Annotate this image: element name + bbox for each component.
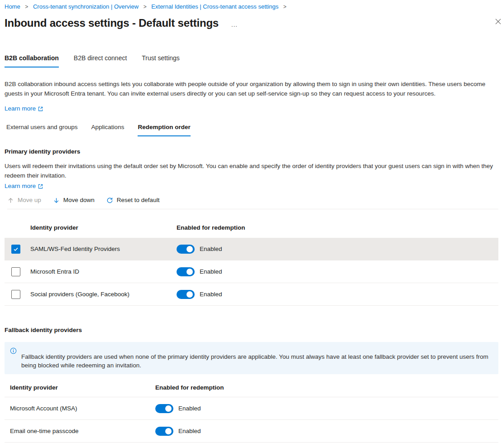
toggle-state-label: Enabled xyxy=(178,428,201,434)
info-banner: Fallback identity providers are used whe… xyxy=(5,342,498,374)
arrow-up-icon xyxy=(7,197,14,204)
fallback-identity-providers-section: Fallback identity providers Fallback ide… xyxy=(5,327,498,443)
reset-icon xyxy=(106,197,113,204)
reset-to-default-label: Reset to default xyxy=(117,195,160,205)
page-title: Inbound access settings - Default settin… xyxy=(5,15,219,31)
external-link-icon xyxy=(38,106,43,111)
toggle-knob xyxy=(186,291,193,298)
reset-to-default-button[interactable]: Reset to default xyxy=(106,195,160,205)
more-options-button[interactable]: ... xyxy=(231,19,238,28)
toggle-knob xyxy=(165,405,172,412)
identity-provider-name: SAML/WS-Fed Identity Providers xyxy=(30,246,177,252)
table-row[interactable]: Email one-time passcode Enabled xyxy=(5,420,498,443)
move-up-button[interactable]: Move up xyxy=(7,195,41,205)
identity-provider-name: Microsoft Account (MSA) xyxy=(10,405,155,412)
subtab-applications[interactable]: Applications xyxy=(91,123,124,136)
check-icon xyxy=(13,246,19,252)
column-header-identity-provider: Identity provider xyxy=(10,384,155,391)
enabled-toggle[interactable] xyxy=(155,404,173,413)
identity-provider-name: Email one-time passcode xyxy=(10,428,155,434)
breadcrumb-link-home[interactable]: Home xyxy=(5,3,20,10)
external-link-icon xyxy=(38,184,43,189)
fallback-providers-table: Identity provider Enabled for redemption… xyxy=(5,374,498,443)
move-down-button[interactable]: Move down xyxy=(53,195,95,205)
primary-section-heading: Primary identity providers xyxy=(5,148,498,155)
inbound-access-settings-page: Home > Cross-tenant synchronization | Ov… xyxy=(0,0,502,443)
learn-more-label: Learn more xyxy=(5,105,36,112)
learn-more-link-primary[interactable]: Learn more xyxy=(5,183,43,190)
toggle-knob xyxy=(186,246,193,252)
tab-b2b-collaboration[interactable]: B2B collaboration xyxy=(5,53,59,67)
fallback-section-heading: Fallback identity providers xyxy=(5,327,498,334)
info-banner-text: Fallback identity providers are used whe… xyxy=(21,352,492,370)
table-row[interactable]: Social providers (Google, Facebook) Enab… xyxy=(5,283,498,306)
enabled-toggle[interactable] xyxy=(155,427,173,436)
tab-trust-settings[interactable]: Trust settings xyxy=(142,53,180,67)
learn-more-label: Learn more xyxy=(5,183,36,190)
b2b-collaboration-intro: B2B collaboration inbound access setting… xyxy=(5,79,498,112)
table-row[interactable]: SAML/WS-Fed Identity Providers Enabled xyxy=(5,238,498,260)
column-header-enabled-for-redemption: Enabled for redemption xyxy=(155,384,498,391)
primary-identity-providers-section: Primary identity providers Users will re… xyxy=(5,148,498,306)
learn-more-link-intro[interactable]: Learn more xyxy=(5,105,43,112)
subtab-external-users-and-groups[interactable]: External users and groups xyxy=(6,123,78,136)
move-up-label: Move up xyxy=(18,195,41,205)
toggle-state-label: Enabled xyxy=(200,246,222,252)
table-header: Identity provider Enabled for redemption xyxy=(5,209,498,238)
row-checkbox[interactable] xyxy=(11,267,20,276)
breadcrumb-link-cross-tenant-sync[interactable]: Cross-tenant synchronization | Overview xyxy=(33,3,139,10)
redemption-order-toolbar: Move up Move down Reset to default xyxy=(7,195,498,209)
table-row[interactable]: Microsoft Entra ID Enabled xyxy=(5,260,498,283)
enabled-toggle[interactable] xyxy=(177,267,195,276)
breadcrumb-separator-icon: > xyxy=(25,4,28,10)
subtab-redemption-order[interactable]: Redemption order xyxy=(138,123,190,136)
identity-provider-name: Social providers (Google, Facebook) xyxy=(30,291,177,298)
close-icon xyxy=(495,19,501,24)
toggle-knob xyxy=(186,269,193,275)
toggle-state-label: Enabled xyxy=(178,405,201,412)
toggle-state-label: Enabled xyxy=(200,291,222,298)
column-header-enabled-for-redemption: Enabled for redemption xyxy=(177,224,498,231)
breadcrumb: Home > Cross-tenant synchronization | Ov… xyxy=(5,3,498,11)
row-checkbox[interactable] xyxy=(11,245,20,254)
breadcrumb-separator-icon: > xyxy=(283,4,287,10)
sub-tabs: External users and groups Applications R… xyxy=(6,123,498,136)
row-checkbox[interactable] xyxy=(11,290,20,299)
identity-provider-name: Microsoft Entra ID xyxy=(30,268,177,275)
toggle-state-label: Enabled xyxy=(200,268,222,275)
breadcrumb-separator-icon: > xyxy=(143,4,147,10)
breadcrumb-link-external-identities[interactable]: External Identities | Cross-tenant acces… xyxy=(151,3,278,10)
tab-b2b-direct-connect[interactable]: B2B direct connect xyxy=(74,53,127,67)
arrow-down-icon xyxy=(53,197,60,204)
column-header-identity-provider: Identity provider xyxy=(30,224,177,231)
enabled-toggle[interactable] xyxy=(177,290,195,299)
b2b-description: B2B collaboration inbound access setting… xyxy=(5,79,498,98)
main-tabs: B2B collaboration B2B direct connect Tru… xyxy=(5,53,498,67)
move-down-label: Move down xyxy=(63,195,95,205)
table-header: Identity provider Enabled for redemption xyxy=(5,374,498,397)
primary-description: Users will redeem their invitations usin… xyxy=(5,161,498,180)
info-icon xyxy=(10,347,17,354)
primary-providers-table: Identity provider Enabled for redemption… xyxy=(5,209,498,306)
toggle-knob xyxy=(165,428,172,434)
table-row[interactable]: Microsoft Account (MSA) Enabled xyxy=(5,397,498,420)
title-row: Inbound access settings - Default settin… xyxy=(5,15,498,31)
close-button[interactable] xyxy=(494,18,502,26)
enabled-toggle[interactable] xyxy=(177,245,195,254)
